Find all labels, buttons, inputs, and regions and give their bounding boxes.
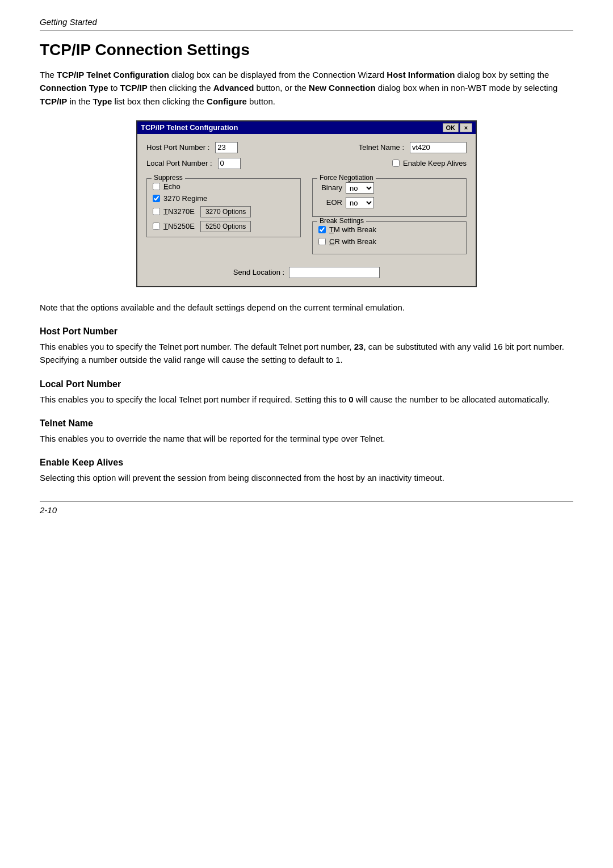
inline-bold-23: 23 (354, 342, 364, 351)
eor-label: EOR (318, 198, 342, 207)
dialog-title-text: TCP/IP Telnet Configuration (141, 123, 238, 132)
tn5250e-checkbox[interactable] (153, 223, 160, 230)
eor-select[interactable]: no yes (346, 197, 374, 208)
main-columns: Suppress Echo 3270 Regime (146, 174, 467, 259)
section-heading-host-port: Host Port Number (40, 326, 573, 337)
break-settings-group: Break Settings TM with Break CR with Bre… (312, 221, 467, 254)
tcpip-telnet-dialog: TCP/IP Telnet Configuration OK × Host Po… (136, 120, 477, 287)
tn5250e-label: TN5250E (163, 222, 195, 230)
binary-label: Binary (318, 183, 342, 192)
page-number: 2-10 (40, 505, 57, 515)
send-location-row: Send Location : (146, 263, 467, 280)
intro-paragraph: The TCP/IP Telnet Configuration dialog b… (40, 68, 573, 108)
btn-3270-options[interactable]: 3270 Options (200, 206, 251, 217)
telnet-name-input[interactable] (410, 142, 467, 153)
telnet-name-label: Telnet Name : (359, 143, 404, 152)
enable-keep-alives-row: Enable Keep Alives (392, 159, 467, 167)
tn3270e-row: TN3270E 3270 Options (153, 206, 295, 217)
regime-3270-label: 3270 Regime (163, 194, 207, 203)
enable-keep-alives-label: Enable Keep Alives (403, 159, 467, 167)
intro-bold-8: Type (93, 97, 112, 106)
host-port-input[interactable] (215, 142, 238, 153)
intro-bold-6: New Connection (309, 83, 376, 93)
intro-bold-2: Host Information (387, 70, 455, 79)
dialog-titlebar: TCP/IP Telnet Configuration OK × (137, 121, 476, 134)
send-location-label: Send Location : (233, 268, 284, 276)
intro-bold-4: TCP/IP (120, 83, 147, 93)
close-button[interactable]: × (460, 123, 472, 132)
intro-bold-5: Advanced (213, 83, 254, 93)
section-heading-telnet-name: Telnet Name (40, 418, 573, 429)
echo-label: Echo (163, 182, 180, 191)
binary-select[interactable]: no yes (346, 182, 374, 194)
section-body-telnet-name: This enables you to override the name th… (40, 432, 573, 445)
tn3270e-label: TN3270E (163, 207, 195, 216)
right-column: Force Negotiation Binary no yes EOR (306, 174, 467, 259)
tm-with-break-label: TM with Break (329, 225, 376, 234)
break-settings-title: Break Settings (317, 217, 366, 225)
eor-row: EOR no yes (318, 197, 460, 208)
dialog-container: TCP/IP Telnet Configuration OK × Host Po… (40, 120, 573, 287)
intro-bold-3: Connection Type (40, 83, 108, 93)
section-body-keep-alives: Selecting this option will prevent the s… (40, 471, 573, 484)
tn3270e-checkbox[interactable] (153, 208, 160, 215)
suppress-group: Suppress Echo 3270 Regime (146, 178, 301, 237)
tn5250e-row: TN5250E 5250 Options (153, 221, 295, 232)
sections-container: Host Port Number This enables you to spe… (40, 326, 573, 484)
enable-keep-alives-checkbox[interactable] (392, 160, 400, 167)
binary-row: Binary no yes (318, 182, 460, 194)
send-location-input[interactable] (289, 267, 380, 278)
section-heading-keep-alives: Enable Keep Alives (40, 458, 573, 468)
local-port-row: Local Port Number : Enable Keep Alives (146, 158, 467, 169)
suppress-group-title: Suppress (152, 174, 185, 182)
regime-3270-row: 3270 Regime (153, 194, 295, 203)
btn-5250-options[interactable]: 5250 Options (200, 221, 251, 232)
header-label: Getting Started (40, 17, 97, 27)
local-port-label: Local Port Number : (146, 159, 212, 167)
force-negotiation-title: Force Negotiation (317, 174, 376, 182)
cr-with-break-row: CR with Break (318, 237, 460, 246)
tm-with-break-checkbox[interactable] (318, 226, 326, 233)
dialog-titlebar-buttons: OK × (443, 123, 473, 132)
ok-button[interactable]: OK (443, 123, 459, 132)
echo-checkbox[interactable] (153, 183, 160, 190)
force-negotiation-group: Force Negotiation Binary no yes EOR (312, 178, 467, 217)
footer-section: 2-10 (40, 501, 573, 515)
note-paragraph: Note that the options available and the … (40, 301, 573, 314)
section-body-local-port: This enables you to specify the local Te… (40, 393, 573, 406)
host-port-label: Host Port Number : (146, 143, 209, 152)
intro-bold-9: Configure (207, 97, 247, 106)
intro-bold-1: TCP/IP Telnet Configuration (57, 70, 169, 79)
header-section: Getting Started (40, 17, 573, 31)
regime-3270-checkbox[interactable] (153, 195, 160, 202)
page-title: TCP/IP Connection Settings (40, 41, 573, 59)
intro-bold-7: TCP/IP (40, 97, 67, 106)
echo-row: Echo (153, 182, 295, 191)
host-port-row: Host Port Number : Telnet Name : (146, 142, 467, 153)
local-port-input[interactable] (218, 158, 241, 169)
cr-with-break-checkbox[interactable] (318, 238, 326, 245)
left-column: Suppress Echo 3270 Regime (146, 174, 306, 259)
section-body-host-port: This enables you to specify the Telnet p… (40, 340, 573, 367)
cr-with-break-label: CR with Break (329, 237, 376, 246)
inline-bold-0: 0 (349, 395, 353, 404)
tm-with-break-row: TM with Break (318, 225, 460, 234)
dialog-body: Host Port Number : Telnet Name : Local P… (137, 134, 476, 286)
section-heading-local-port: Local Port Number (40, 379, 573, 389)
